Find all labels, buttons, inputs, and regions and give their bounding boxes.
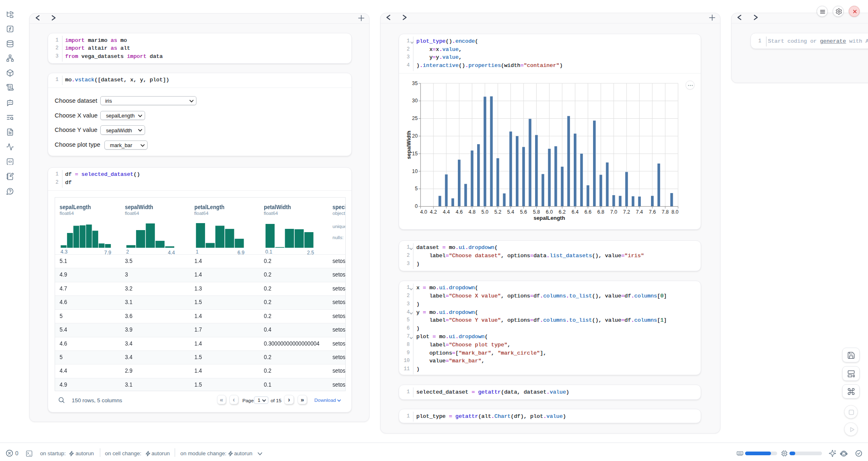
- svg-text:6.4: 6.4: [572, 210, 579, 215]
- svg-text:8.0: 8.0: [672, 210, 679, 215]
- svg-text:6.8: 6.8: [597, 210, 604, 215]
- svg-text:6.6: 6.6: [584, 210, 591, 215]
- svg-text:4.6: 4.6: [456, 210, 463, 215]
- svg-text:7.6: 7.6: [649, 210, 656, 215]
- svg-text:5.4: 5.4: [507, 210, 514, 215]
- svg-text:4.2: 4.2: [430, 210, 437, 215]
- svg-text:10: 10: [412, 168, 418, 174]
- svg-text:sepalWidth: sepalWidth: [406, 131, 412, 159]
- svg-text:0: 0: [415, 204, 418, 210]
- svg-text:5.6: 5.6: [520, 210, 527, 215]
- svg-text:7.4: 7.4: [636, 210, 643, 215]
- svg-text:sepalLength: sepalLength: [533, 215, 565, 221]
- svg-text:4.0: 4.0: [420, 210, 427, 215]
- svg-text:5: 5: [415, 186, 418, 192]
- svg-text:7.8: 7.8: [662, 210, 669, 215]
- svg-text:7.2: 7.2: [623, 210, 630, 215]
- svg-text:6.0: 6.0: [546, 210, 553, 215]
- svg-text:35: 35: [412, 81, 418, 86]
- svg-text:5.2: 5.2: [494, 210, 501, 215]
- svg-text:5.8: 5.8: [533, 210, 540, 215]
- svg-text:30: 30: [412, 98, 418, 104]
- svg-text:4.4: 4.4: [443, 210, 450, 215]
- svg-text:25: 25: [412, 116, 418, 122]
- svg-text:5.0: 5.0: [481, 210, 488, 215]
- svg-text:20: 20: [412, 133, 418, 139]
- svg-text:6.2: 6.2: [559, 210, 566, 215]
- svg-text:15: 15: [412, 151, 418, 157]
- svg-text:4.8: 4.8: [469, 210, 476, 215]
- svg-text:7.0: 7.0: [610, 210, 617, 215]
